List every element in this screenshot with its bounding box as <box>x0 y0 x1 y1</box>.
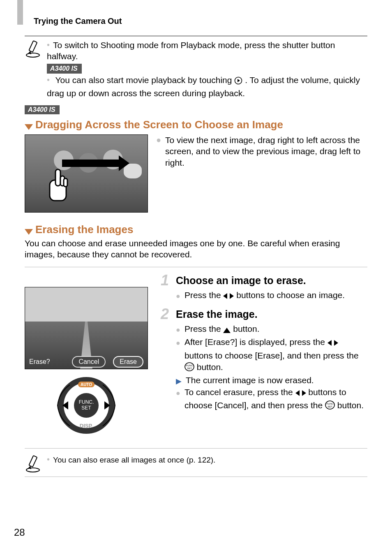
svg-text:FUNC: FUNC <box>186 364 193 367</box>
bullet-icon: ● <box>176 325 180 335</box>
screen-erase-button[interactable]: Erase <box>113 356 143 368</box>
dial-func-label: FUNC. <box>79 399 94 405</box>
left-right-arrows-icon <box>327 338 338 349</box>
svg-point-18 <box>185 363 194 371</box>
s2b4-post: button. <box>337 400 364 410</box>
s2b4-pre: To cancel erasure, press the <box>184 387 295 397</box>
result-arrow-icon: ▶ <box>176 376 182 386</box>
s2b3: The current image is now erased. <box>186 375 314 386</box>
model-badge-2: A3400 IS <box>25 105 60 114</box>
tip1-line2-pre: You can also start movie playback by tou… <box>55 75 234 85</box>
step-2-number: 2 <box>158 307 172 322</box>
section1-body-text: To view the next image, drag right to le… <box>165 134 367 168</box>
tip1-line1: To switch to Shooting mode from Playback… <box>47 39 367 62</box>
step-1-number: 1 <box>158 273 172 288</box>
bullet-icon: ● <box>156 134 161 168</box>
pencil-icon <box>25 39 41 58</box>
svg-rect-6 <box>55 169 60 186</box>
screen-cancel-button[interactable]: Cancel <box>72 356 106 368</box>
tip-block-2: You can also erase all images at once (p… <box>25 454 367 472</box>
dial-disp-label: DISP. <box>80 423 93 429</box>
left-right-arrows-icon <box>295 388 306 400</box>
step-2-title: Erase the image. <box>176 308 258 320</box>
svg-marker-17 <box>334 340 338 346</box>
side-tab <box>17 0 23 25</box>
control-dial-illustration: FUNC. SET AUTO DISP. <box>49 377 123 434</box>
s1b1-post: buttons to choose an image. <box>236 290 345 300</box>
s2b2-mid: buttons to choose [Erase], and then pres… <box>184 351 359 360</box>
svg-marker-16 <box>327 340 332 346</box>
triangle-marker-icon <box>25 124 33 130</box>
page-number: 28 <box>14 527 25 538</box>
func-set-button-icon: FUNCSET <box>184 362 194 375</box>
svg-point-0 <box>26 53 39 57</box>
s2b2-pre: After [Erase?] is displayed, press the <box>184 337 327 347</box>
svg-point-23 <box>325 401 334 409</box>
camera-screen-illustration: Erase? Cancel Erase <box>25 287 148 369</box>
bullet-icon: ● <box>176 388 180 398</box>
dial-auto-label: AUTO <box>81 382 92 387</box>
tip1-line2: You can also start movie playback by tou… <box>47 74 367 99</box>
svg-text:FUNC: FUNC <box>327 403 334 405</box>
screen-prompt: Erase? <box>29 358 50 366</box>
bullet-icon: ● <box>176 338 180 348</box>
divider <box>25 448 367 449</box>
svg-text:SET: SET <box>187 367 192 370</box>
section2-heading: Erasing the Images <box>25 223 367 236</box>
divider <box>25 36 367 36</box>
svg-marker-22 <box>302 390 306 396</box>
drag-illustration <box>25 134 148 213</box>
hand-pointer-icon <box>46 168 70 205</box>
svg-rect-1 <box>29 41 37 52</box>
s2b1-pre: Press the <box>184 324 224 333</box>
model-badge: A3400 IS <box>47 64 82 74</box>
dial-set-label: SET <box>81 405 91 411</box>
arrow-right-icon <box>62 160 120 167</box>
step-2-bullet-2: ● After [Erase?] is displayed, press the… <box>176 336 367 375</box>
svg-marker-15 <box>223 328 231 333</box>
divider <box>25 477 367 477</box>
step-1-title: Choose an image to erase. <box>176 275 306 287</box>
func-set-button-icon: FUNCSET <box>325 400 335 413</box>
divider <box>25 267 367 267</box>
triangle-marker-icon <box>25 229 33 235</box>
svg-text:SET: SET <box>327 405 332 408</box>
step-2-bullet-3: ▶ The current image is now erased. <box>176 375 367 386</box>
up-arrow-icon <box>223 325 231 336</box>
page-title: Trying the Camera Out <box>34 16 367 26</box>
tip2-text: You can also erase all images at once (p… <box>47 454 367 465</box>
section1-heading: Dragging Across the Screen to Choose an … <box>25 118 367 131</box>
s2b1-post: button. <box>233 324 259 333</box>
svg-marker-21 <box>295 390 300 396</box>
s2b2-post: button. <box>197 362 223 372</box>
s1b1-pre: Press the <box>184 290 224 300</box>
step-1-bullet-1: ● Press the buttons to choose an image. <box>176 289 367 303</box>
svg-marker-14 <box>230 293 234 299</box>
left-right-arrows-icon <box>223 291 234 303</box>
section1-title: Dragging Across the Screen to Choose an … <box>35 118 283 131</box>
section2-title: Erasing the Images <box>35 223 133 236</box>
step-2-bullet-4: ● To cancel erasure, press the buttons t… <box>176 386 367 413</box>
tip-block-1: To switch to Shooting mode from Playback… <box>25 39 367 99</box>
pencil-icon <box>25 454 41 472</box>
svg-rect-27 <box>29 456 37 467</box>
section2-intro: You can choose and erase unneeded images… <box>25 238 367 260</box>
svg-point-26 <box>26 468 39 472</box>
svg-marker-4 <box>238 79 240 82</box>
bullet-icon: ● <box>176 291 180 301</box>
svg-rect-8 <box>64 178 67 187</box>
section1-body: ● To view the next image, drag right to … <box>156 134 367 168</box>
svg-marker-13 <box>223 293 227 299</box>
play-in-circle-icon <box>234 76 242 87</box>
step-2-bullet-1: ● Press the button. <box>176 323 367 336</box>
